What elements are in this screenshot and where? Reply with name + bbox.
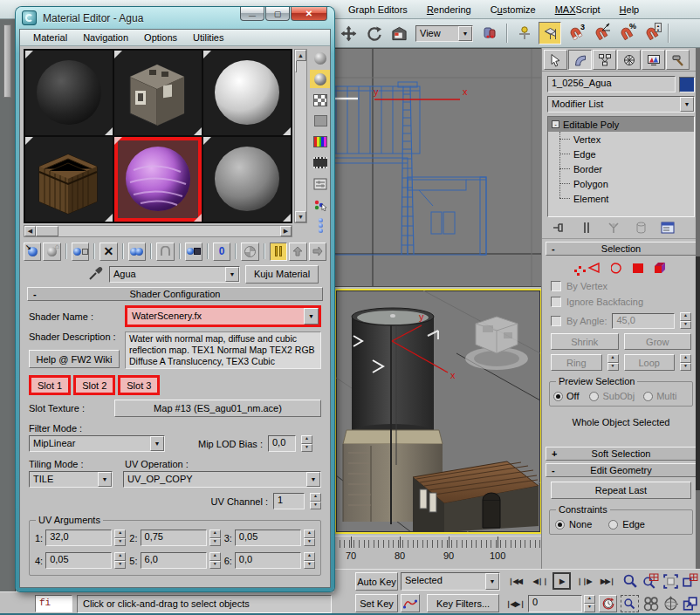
slot-texture-button[interactable]: Map #13 (ES_agu01_nm.ace)	[114, 400, 321, 417]
uv-arg6-spinner[interactable]	[304, 552, 315, 569]
sample-type-icon[interactable]	[310, 49, 331, 67]
reset-map-icon[interactable]: ✕	[100, 243, 117, 261]
stack-item-border[interactable]: Border	[548, 161, 694, 176]
sample-slot-dark-sphere[interactable]	[25, 51, 113, 135]
material-map-navigator-icon[interactable]	[310, 216, 331, 235]
make-material-copy-icon[interactable]	[128, 243, 146, 261]
command-panel-scrollbar[interactable]	[696, 48, 700, 569]
chevron-down-icon[interactable]	[306, 472, 320, 487]
tab-utilities[interactable]	[666, 50, 690, 70]
track-bar[interactable]: 70 80 90 100	[334, 536, 550, 569]
chevron-down-icon[interactable]	[304, 308, 319, 325]
go-to-end-icon[interactable]: ▶▶❘	[598, 574, 617, 589]
percent-snap-icon[interactable]: %	[614, 22, 637, 44]
make-unique-icon[interactable]	[603, 220, 624, 236]
viewport-front-wireframe[interactable]: y x	[334, 48, 542, 287]
next-frame-icon[interactable]: ❘❘▶	[575, 574, 593, 589]
menu-maxscript[interactable]: MAXScript	[546, 0, 610, 19]
stack-item-polygon[interactable]: Polygon	[548, 176, 694, 191]
help-fw2-wiki-button[interactable]: Help @ FW2 Wiki	[29, 350, 120, 368]
chevron-down-icon[interactable]	[150, 436, 164, 451]
constraints-none-radio[interactable]	[555, 520, 565, 530]
uv-arg3-field[interactable]: 0,05	[235, 530, 301, 546]
use-center-icon[interactable]	[478, 22, 501, 44]
chevron-down-icon[interactable]	[485, 573, 499, 590]
slots-horizontal-scrollbar[interactable]: ◀ ▶	[24, 225, 292, 237]
background-icon[interactable]	[310, 91, 331, 109]
material-editor-options-icon[interactable]	[310, 174, 331, 193]
sample-slot-gray-sphere[interactable]	[203, 137, 291, 222]
menu-graph-editors[interactable]: Graph Editors	[339, 0, 417, 19]
angle-field[interactable]: 45,0	[612, 313, 675, 329]
key-filter-dropdown[interactable]: Selected	[401, 572, 500, 591]
key-filters-button[interactable]: Key Filters...	[427, 594, 499, 612]
chevron-down-icon[interactable]	[225, 267, 239, 282]
close-button[interactable]	[291, 7, 327, 21]
zoom-icon[interactable]	[622, 573, 639, 591]
angle-snap-icon[interactable]	[589, 22, 612, 44]
shrink-button[interactable]: Shrink	[551, 333, 619, 350]
dialog-titlebar[interactable]: Material Editor - Agua	[16, 7, 334, 29]
by-vertex-checkbox[interactable]	[551, 281, 561, 291]
tab-create[interactable]	[544, 50, 567, 70]
preview-multi-radio[interactable]	[643, 392, 653, 401]
minimize-button[interactable]	[240, 7, 264, 21]
assign-material-to-selection-icon[interactable]	[72, 243, 89, 261]
uv-arg2-field[interactable]: 0,75	[141, 530, 207, 546]
left-scrollbar[interactable]	[3, 24, 11, 98]
keyboard-shortcut-override-icon[interactable]	[539, 22, 561, 44]
material-id-channel-icon[interactable]: 0	[213, 243, 230, 261]
uv-arg4-field[interactable]: 0,05	[45, 552, 112, 569]
sample-slot-agua-selected[interactable]	[114, 137, 202, 222]
menu-options[interactable]: Options	[136, 32, 185, 43]
collapse-icon[interactable]: -	[552, 120, 559, 128]
by-angle-checkbox[interactable]	[551, 316, 561, 326]
scroll-right-icon[interactable]: ▶	[280, 226, 292, 236]
soft-selection-rollout-header[interactable]: +Soft Selection	[546, 447, 697, 461]
modifier-list-dropdown[interactable]: Modifier List	[547, 96, 695, 113]
show-end-result-icon[interactable]	[576, 220, 597, 236]
chevron-down-icon[interactable]	[458, 26, 472, 41]
put-to-library-icon[interactable]	[185, 243, 202, 261]
slot1-tab[interactable]: Slot 1	[29, 375, 71, 395]
ignore-backfacing-checkbox[interactable]	[551, 297, 561, 307]
play-icon[interactable]: ▶	[552, 572, 571, 590]
tab-motion[interactable]	[617, 50, 641, 70]
menu-material[interactable]: Material	[25, 32, 75, 43]
pick-material-eyedropper-icon[interactable]	[88, 265, 104, 283]
select-and-move-icon[interactable]	[337, 22, 360, 44]
loop-button[interactable]: Loop	[624, 354, 676, 371]
chevron-down-icon[interactable]	[98, 472, 112, 487]
mip-lod-spinner[interactable]	[301, 435, 312, 452]
shader-configuration-rollout-header[interactable]: -Shader Configuration	[27, 287, 323, 301]
stack-item-vertex[interactable]: Vertex	[548, 132, 694, 147]
repeat-last-button[interactable]: Repeat Last	[551, 482, 691, 499]
menu-utilities[interactable]: Utilities	[185, 32, 231, 43]
key-mode-toggle-icon[interactable]: ❘◀▶❘	[505, 597, 525, 612]
scroll-down-icon[interactable]: ▼	[295, 211, 306, 222]
slot2-tab[interactable]: Slot 2	[73, 375, 115, 395]
material-type-button[interactable]: Kuju Material	[245, 265, 319, 284]
make-preview-icon[interactable]	[310, 154, 331, 172]
stack-item-editable-poly[interactable]: -Editable Poly	[548, 117, 694, 132]
arc-rotate-icon[interactable]	[662, 596, 679, 614]
sample-slot-white-sphere[interactable]	[203, 51, 291, 135]
uv-arg5-spinner[interactable]	[209, 552, 221, 569]
backlight-icon[interactable]	[310, 70, 331, 88]
maximize-viewport-toggle-icon[interactable]	[682, 596, 698, 614]
slot3-tab[interactable]: Slot 3	[118, 375, 160, 395]
current-frame-field[interactable]: 0	[528, 595, 582, 612]
make-unique-icon[interactable]	[156, 243, 174, 261]
uv-arg3-spinner[interactable]	[304, 530, 315, 546]
sample-slot-crate-cube[interactable]	[25, 137, 113, 222]
set-key-button[interactable]: Set Key	[355, 594, 398, 612]
preview-off-radio[interactable]	[553, 392, 563, 401]
stack-item-element[interactable]: Element	[548, 191, 694, 206]
object-name-field[interactable]: 1_0256_Agua	[547, 76, 676, 92]
show-map-in-viewport-icon[interactable]	[241, 243, 258, 261]
uv-arg2-spinner[interactable]	[209, 530, 221, 546]
edge-icon[interactable]	[587, 263, 600, 275]
material-name-dropdown[interactable]: Agua	[109, 266, 240, 283]
previous-frame-icon[interactable]: ◀❘❘	[532, 574, 549, 589]
uv-arg4-spinner[interactable]	[114, 552, 126, 569]
